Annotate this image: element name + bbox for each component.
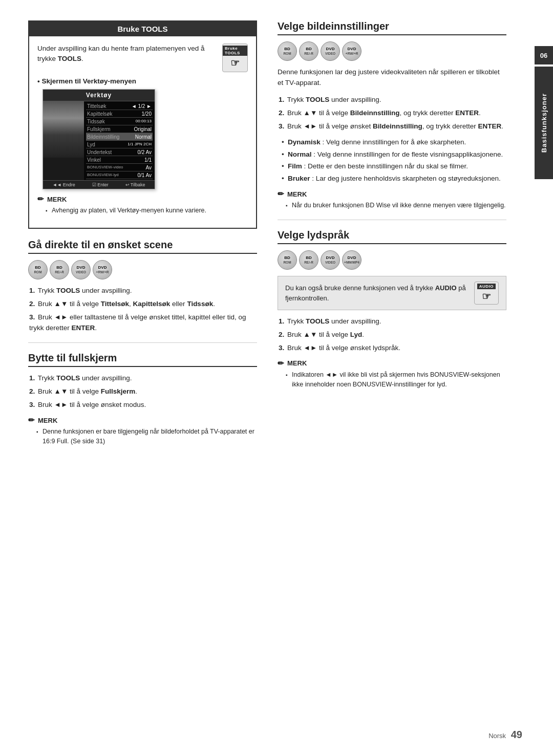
scene-section: Gå direkte til en ønsket scene BDROM BDR… xyxy=(28,239,257,334)
audio-remote-wrap: AUDIO ☞ xyxy=(477,284,496,303)
pic-disc-icon-dvd-video: DVDVIDEO xyxy=(321,41,340,61)
tools-sub-heading: Skjermen til Verktøy-menyen xyxy=(37,77,248,85)
tools-intro-text: Under avspilling kan du hente fram plate… xyxy=(37,44,216,70)
tools-menu-screenshot: Verktøy Tittelsøk◄ 1/2 ► Kapittelsøk1/20… xyxy=(42,89,155,189)
audio-step-1: 1. Trykk TOOLS under avspilling. xyxy=(278,316,506,327)
picture-bullet-list: Dynamisk : Velg denne innstillingen for … xyxy=(278,137,506,185)
audio-merk-item: Indikatoren ◄► vil ikke bli vist på skje… xyxy=(286,370,506,390)
fullscreen-merk-box: ✏ MERK Denne funksjonen er bare tilgjeng… xyxy=(28,416,257,446)
audio-box-text: Du kan også bruke denne funksjonen ved å… xyxy=(285,283,467,303)
picture-step-3: 3. Bruk ◄► til å velge ønsket Bildeinnst… xyxy=(278,121,506,132)
tools-box-content: Under avspilling kan du hente fram plate… xyxy=(29,36,256,228)
pic-disc-icon-bd-rom: BDROM xyxy=(278,41,297,61)
scene-steps-list: 1. Trykk TOOLS under avspilling. 2. Bruk… xyxy=(28,286,257,334)
tools-menu-row: Kapittelsøk1/20 xyxy=(86,110,153,118)
tools-header-label: Bruke TOOLS xyxy=(117,25,167,33)
picture-bullet-bruker: Bruker : Lar deg justere henholdsvis ska… xyxy=(281,174,506,184)
picture-merk-box: ✏ MERK Når du bruker funksjonen BD Wise … xyxy=(278,189,506,210)
picture-bullet-normal: Normal : Velg denne innstillingen for de… xyxy=(281,149,506,160)
audio-step-3: 3. Bruk ◄► til å velge ønsket lydspråk. xyxy=(278,343,506,354)
audio-btn-label: AUDIO xyxy=(477,284,496,289)
scene-section-title: Gå direkte til en ønsket scene xyxy=(28,239,257,254)
picture-merk-heading: ✏ MERK xyxy=(278,189,506,199)
tools-menu-row: Tidssøk00:00:13 xyxy=(86,118,153,125)
tools-btn-label: Bruke TOOLS xyxy=(223,46,247,56)
picture-bullet-dynamisk: Dynamisk : Velg denne innstillingen for … xyxy=(281,137,506,148)
pencil-icon-4: ✏ xyxy=(278,359,284,368)
tools-menu-tv-image xyxy=(43,101,84,158)
fullscreen-steps-list: 1. Trykk TOOLS under avspilling. 2. Bruk… xyxy=(28,373,257,411)
fullscreen-step-3: 3. Bruk ◄► til å velge ønsket modus. xyxy=(28,400,257,411)
audio-merk-box: ✏ MERK Indikatoren ◄► vil ikke bli vist … xyxy=(278,359,506,390)
picture-intro: Denne funksjonen lar deg justere videokv… xyxy=(278,67,506,89)
tools-merk-box: ✏ MERK Avhengig av platen, vil Verktøy-m… xyxy=(37,195,248,215)
tools-menu-row: FullskjermOriginal xyxy=(86,125,153,133)
pic-disc-icon-bd-re: BDRE/-R xyxy=(299,41,318,61)
audio-merk-heading: ✏ MERK xyxy=(278,359,506,368)
fullscreen-merk-item: Denne funksjonen er bare tilgjengelig nå… xyxy=(36,427,257,446)
tools-menu-row: Undertekst0/2 Av xyxy=(86,148,153,156)
tools-menu-row: Vinkel1/1 xyxy=(86,156,153,164)
picture-section-title: Velge bildeinnstillinger xyxy=(278,20,506,35)
tools-box-header: Bruke TOOLS xyxy=(29,21,256,36)
fullscreen-step-2: 2. Bruk ▲▼ til å velge Fullskjerm. xyxy=(28,386,257,397)
picture-step-2: 2. Bruk ▲▼ til å velge Bildeinnstilling,… xyxy=(278,108,506,119)
tools-menu-row: BONUSVIEW-lyd0/1 Av xyxy=(86,171,153,179)
picture-step-1: 1. Trykk TOOLS under avspilling. xyxy=(278,95,506,105)
picture-bullet-film: Film : Dette er den beste innstillingen … xyxy=(281,161,506,172)
tools-menu-row-highlighted: BildeinnstillingNormal xyxy=(86,133,153,141)
audio-disc-icon-bd-rom: BDROM xyxy=(278,250,297,270)
pic-disc-icon-dvd-rw: DVD+RW/+R xyxy=(342,41,361,61)
tools-menu-list: Tittelsøk◄ 1/2 ► Kapittelsøk1/20 Tidssøk… xyxy=(84,101,155,180)
fullscreen-section-title: Bytte til fullskjerm xyxy=(28,352,257,367)
page-language: Norsk xyxy=(488,732,506,740)
tools-merk-list: Avhengig av platen, vil Verktøy-menyen k… xyxy=(37,206,248,215)
scene-step-1: 1. Trykk TOOLS under avspilling. xyxy=(28,286,257,296)
chapter-tab-label: Basisfunksjoner xyxy=(540,93,548,153)
picture-disc-icons: BDROM BDRE/-R DVDVIDEO DVD+RW/+R xyxy=(278,41,506,61)
audio-section: Velge lydspråk BDROM BDRE/-R DVDVIDEO DV… xyxy=(278,229,506,389)
tools-intro-bold: TOOLS xyxy=(58,55,81,62)
section-divider-2 xyxy=(278,220,506,220)
audio-remote-icon: AUDIO ☞ xyxy=(474,282,499,305)
audio-note-box: Du kan også bruke denne funksjonen ved å… xyxy=(278,276,506,310)
left-column: Bruke TOOLS Under avspilling kan du hent… xyxy=(28,20,257,451)
pencil-icon: ✏ xyxy=(37,195,44,204)
picture-steps-list: 1. Trykk TOOLS under avspilling. 2. Bruk… xyxy=(278,95,506,132)
audio-section-title: Velge lydspråk xyxy=(278,229,506,244)
page-number: 49 xyxy=(511,729,522,740)
tools-menu-row: Tittelsøk◄ 1/2 ► xyxy=(86,102,153,110)
pencil-icon-2: ✏ xyxy=(28,416,35,425)
picture-merk-item: Når du bruker funksjonen BD Wise vil ikk… xyxy=(286,201,506,210)
audio-merk-list: Indikatoren ◄► vil ikke bli vist på skje… xyxy=(278,370,506,390)
chapter-tab-number: 06 xyxy=(535,46,553,64)
chapter-tab: Basisfunksjoner xyxy=(535,67,553,179)
fullscreen-step-1: 1. Trykk TOOLS under avspilling. xyxy=(28,373,257,384)
scene-step-2: 2. Bruk ▲▼ til å velge Tittelsøk, Kapitt… xyxy=(28,299,257,310)
tools-section-box: Bruke TOOLS Under avspilling kan du hent… xyxy=(28,20,257,229)
tools-merk-item: Avhengig av platen, vil Verktøy-menyen k… xyxy=(46,206,248,215)
tools-intro-row: Under avspilling kan du hente fram plate… xyxy=(37,44,248,72)
pencil-icon-3: ✏ xyxy=(278,189,284,199)
disc-icon-dvd-video: DVDVIDEO xyxy=(71,260,91,279)
section-divider-1 xyxy=(28,342,257,343)
fullscreen-section: Bytte til fullskjerm 1. Trykk TOOLS unde… xyxy=(28,352,257,446)
audio-disc-icon-dvd-video: DVDVIDEO xyxy=(321,250,340,270)
audio-disc-icon-bd-re: BDRE/-R xyxy=(299,250,318,270)
tools-menu-title: Verktøy xyxy=(43,90,155,101)
tools-remote-icon: Bruke TOOLS ☞ xyxy=(222,44,248,72)
audio-disc-icons: BDROM BDRE/-R DVDVIDEO DVD+MM/MP4 xyxy=(278,250,506,270)
tools-menu-row: Lyd1/1 JPN 2CH xyxy=(86,141,153,148)
picture-section: Velge bildeinnstillinger BDROM BDRE/-R D… xyxy=(278,20,506,210)
page-footer: Norsk 49 xyxy=(488,729,522,741)
fullscreen-merk-heading: ✏ MERK xyxy=(28,416,257,425)
tools-menu-footer: ◄◄ Endre ☑ Enter ↩ Tilbake xyxy=(43,180,155,189)
disc-icon-bd-re: BDRE/-R xyxy=(50,260,69,279)
tools-menu-row: BONUSVIEW-videoAv xyxy=(86,164,153,171)
audio-hand-icon: ☞ xyxy=(482,290,491,303)
picture-merk-list: Når du bruker funksjonen BD Wise vil ikk… xyxy=(278,201,506,210)
scene-step-3: 3. Bruk ◄► eller talltastene til å velge… xyxy=(28,312,257,334)
tools-menu-bg: Tittelsøk◄ 1/2 ► Kapittelsøk1/20 Tidssøk… xyxy=(43,101,155,180)
fullscreen-merk-list: Denne funksjonen er bare tilgjengelig nå… xyxy=(28,427,257,446)
scene-disc-icons: BDROM BDRE/-R DVDVIDEO DVD+RW/+R xyxy=(28,260,257,279)
